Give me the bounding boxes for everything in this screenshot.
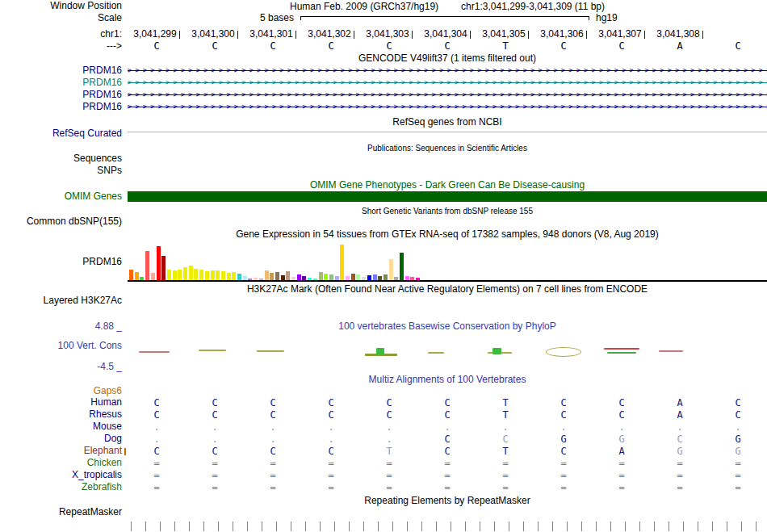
alignment-base: C <box>186 397 244 409</box>
ruler-tick-bottom <box>683 522 684 531</box>
alignment-base: = <box>244 470 302 482</box>
bottom-ticks <box>128 522 767 532</box>
alignment-base: . <box>186 434 244 446</box>
ruler-tick-bottom <box>625 522 626 531</box>
genome-browser: Window Position Scale chr1: ---> PRDM16P… <box>0 0 767 532</box>
ruler-tick-bottom <box>538 522 539 531</box>
alignment-base: = <box>360 470 418 482</box>
species-label-human[interactable]: Human <box>0 397 122 408</box>
alignment-row[interactable]: =========== <box>128 470 767 482</box>
ruler-tick-bottom <box>610 522 611 531</box>
ruler-tick-bottom <box>276 522 277 531</box>
species-label-elephant[interactable]: Elephant <box>0 446 122 456</box>
alignment-row[interactable]: CCCCCCTCCAC <box>128 409 767 421</box>
alignment-base: = <box>709 458 767 470</box>
ruler-tick-bottom <box>334 522 335 531</box>
alignment-base: = <box>418 482 476 494</box>
alignment-base: = <box>593 458 651 470</box>
alignment-base: C <box>534 409 593 421</box>
alignment-base: C <box>244 409 302 421</box>
alignment-row[interactable]: ........... <box>128 421 767 434</box>
alignment-base: . <box>709 421 767 434</box>
alignment-base: C <box>593 409 651 421</box>
alignment-base: C <box>302 397 360 409</box>
alignment-row[interactable]: CCCCCCTCCAC <box>128 397 767 409</box>
alignment-base: C <box>128 409 186 421</box>
transcript-label[interactable]: PRDM16 <box>0 65 122 76</box>
alignment-base: = <box>302 482 360 494</box>
alignment-base: . <box>476 421 534 434</box>
track-label-dbsnp[interactable]: Common dbSNP(155) <box>0 216 122 227</box>
ruler-tick-bottom <box>262 522 262 531</box>
alignment-base: . <box>244 434 302 446</box>
alignment-base: C <box>186 446 244 458</box>
alignment-base: G <box>651 446 709 458</box>
alignment-base: C <box>418 446 476 458</box>
ruler-tick-bottom <box>363 522 364 531</box>
alignment-base: . <box>128 434 186 446</box>
track-label-omim[interactable]: OMIM Genes <box>0 191 122 202</box>
multiz-rows: CCCCCCTCCACCCCCCCTCCAC................CC… <box>128 0 767 532</box>
track-label-snps[interactable]: SNPs <box>0 165 122 176</box>
alignment-base: T <box>476 446 534 458</box>
phylop-min-label: -4.5 _ <box>0 362 122 372</box>
alignment-row[interactable]: CCCCTCTCAGG <box>128 446 767 458</box>
alignment-base: = <box>709 470 767 482</box>
repeatmasker-header: Repeating Elements by RepeatMasker <box>128 496 767 506</box>
transcript-label[interactable]: PRDM16 <box>0 90 122 100</box>
phylop-max-label: 4.88 _ <box>0 321 122 332</box>
scale-label: Scale <box>0 13 122 23</box>
track-label-phylop[interactable]: 100 Vert. Cons <box>0 341 122 351</box>
alignment-base: . <box>244 421 302 434</box>
alignment-base: A <box>593 446 651 458</box>
ruler-tick-bottom <box>727 522 727 531</box>
track-label-sequences[interactable]: Sequences <box>0 153 122 164</box>
species-label-chicken[interactable]: Chicken <box>0 458 122 468</box>
alignment-base: . <box>418 421 476 434</box>
multiz-gaps-label[interactable]: Gaps6 <box>0 386 122 396</box>
ruler-tick-bottom <box>305 522 306 531</box>
ruler-tick-bottom <box>712 522 713 531</box>
species-label-rhesus[interactable]: Rhesus <box>0 409 122 420</box>
species-label-mouse[interactable]: Mouse <box>0 421 122 432</box>
alignment-row[interactable]: =========== <box>128 482 767 494</box>
alignment-base: A <box>651 397 709 409</box>
alignment-base: = <box>302 458 360 470</box>
ruler-tick-bottom <box>349 522 350 531</box>
track-label-h3k27ac[interactable]: Layered H3K27Ac <box>0 295 122 306</box>
alignment-base: . <box>302 434 360 446</box>
ruler-tick-bottom <box>654 522 655 531</box>
ruler-tick-bottom <box>131 522 132 531</box>
alignment-base: = <box>651 458 709 470</box>
alignment-base: = <box>186 470 244 482</box>
alignment-row[interactable]: =========== <box>128 458 767 470</box>
ruler-tick-bottom <box>218 522 219 531</box>
alignment-row[interactable]: .....CCGGCG <box>128 434 767 446</box>
track-label-gtex[interactable]: PRDM16 <box>0 257 122 267</box>
track-label-refseq[interactable]: RefSeq Curated <box>0 128 122 139</box>
ruler-tick-bottom <box>174 522 175 531</box>
ruler-tick-bottom <box>669 522 669 531</box>
transcript-label[interactable]: PRDM16 <box>0 77 122 88</box>
alignment-base: C <box>186 409 244 421</box>
species-label-x_tropicalis[interactable]: X_tropicalis <box>0 470 122 480</box>
strand-label: ---> <box>0 41 122 52</box>
track-label-repeatmasker[interactable]: RepeatMasker <box>0 507 122 517</box>
ruler-tick-bottom <box>392 522 393 531</box>
alignment-base: C <box>651 434 709 446</box>
ruler-tick-bottom <box>145 522 146 531</box>
alignment-base: = <box>360 482 418 494</box>
alignment-base: C <box>128 397 186 409</box>
ruler-tick-bottom <box>698 522 698 531</box>
ruler-tick-bottom <box>203 522 204 531</box>
alignment-base: C <box>593 397 651 409</box>
species-label-dog[interactable]: Dog <box>0 434 122 444</box>
chrom-label: chr1: <box>0 29 122 40</box>
alignment-base: G <box>593 434 651 446</box>
species-label-zebrafish[interactable]: Zebrafish <box>0 482 122 492</box>
transcript-label[interactable]: PRDM16 <box>0 102 122 112</box>
ruler-tick-bottom <box>509 522 509 531</box>
ruler-tick-bottom <box>494 522 495 531</box>
alignment-base: C <box>418 434 476 446</box>
alignment-base: . <box>593 421 651 434</box>
